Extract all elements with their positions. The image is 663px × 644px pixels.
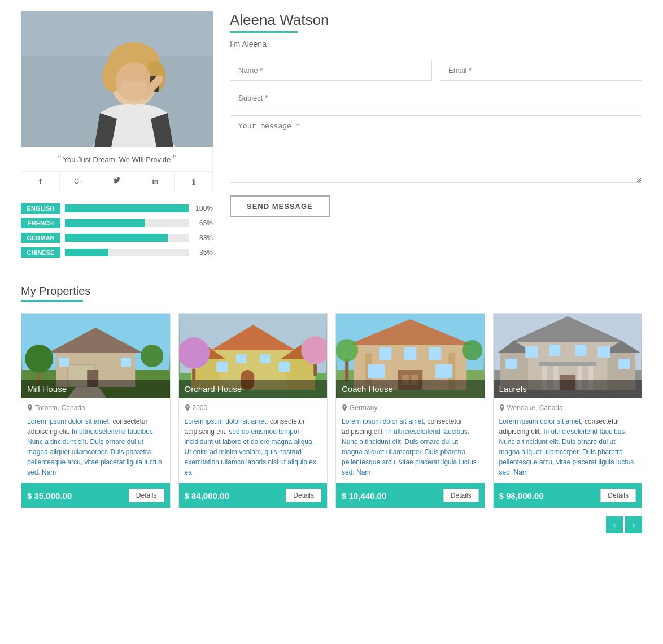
orchard-house-image: Orchard House: [179, 314, 328, 398]
name-underline: [230, 31, 298, 33]
svg-rect-53: [345, 359, 348, 381]
coach-house-footer: $ 10,440.00 Details: [336, 483, 485, 508]
mill-house-location: Toronto, Canada: [27, 404, 164, 412]
laurels-title: Laurels: [494, 380, 642, 398]
svg-rect-17: [121, 358, 131, 367]
quote-box: “ You Just Dream, We Will Provide ”: [21, 147, 213, 172]
svg-point-54: [336, 339, 358, 362]
svg-rect-68: [539, 362, 596, 366]
language-german: GERMAN 83%: [21, 233, 213, 243]
mill-house-image: Mill House: [21, 314, 170, 398]
coach-house-details-btn[interactable]: Details: [443, 489, 479, 502]
svg-rect-33: [260, 354, 270, 363]
laurels-footer: $ 98,000.00 Details: [494, 483, 642, 508]
svg-point-21: [141, 345, 163, 367]
property-card-laurels: Laurels Wendake, Canada Lorem ipsum dolo…: [493, 313, 643, 508]
profile-name: Aleena Watson: [230, 11, 642, 29]
svg-rect-32: [236, 354, 246, 363]
chinese-bar-fill: [65, 249, 108, 256]
property-card-coach-house: Coach House Germany Lorem ipsum dolor si…: [335, 313, 485, 508]
german-bar-bg: [65, 234, 189, 242]
quote-text: You Just Dream, We Will Provide: [63, 155, 171, 164]
mill-house-price: $ 35,000.00: [27, 491, 72, 501]
svg-rect-75: [618, 359, 630, 369]
svg-rect-45: [379, 347, 391, 360]
message-textarea[interactable]: [230, 115, 642, 183]
profile-image: [21, 11, 213, 147]
laurels-details-btn[interactable]: Details: [600, 489, 636, 502]
svg-rect-73: [597, 346, 610, 358]
chinese-label: CHINESE: [21, 247, 60, 258]
svg-rect-70: [525, 346, 538, 358]
info-icon[interactable]: ℹ: [175, 172, 212, 193]
chinese-bar-bg: [65, 249, 189, 256]
mill-house-details-btn[interactable]: Details: [129, 489, 164, 502]
svg-point-55: [462, 340, 482, 360]
svg-rect-51: [368, 364, 385, 378]
english-bar-fill: [65, 204, 189, 212]
coach-house-location: Germany: [342, 404, 479, 412]
orchard-house-title: Orchard House: [179, 380, 328, 398]
english-bar-bg: [65, 204, 189, 212]
form-message-row: [230, 115, 642, 183]
svg-rect-36: [192, 369, 195, 380]
property-card-orchard-house: Orchard House 2000 Lorem ipsum dolor sit…: [178, 313, 328, 508]
german-label: GERMAN: [21, 233, 60, 243]
mill-house-title: Mill House: [21, 380, 170, 398]
location-pin-icon-4: [499, 404, 505, 411]
name-input[interactable]: [230, 60, 432, 81]
svg-rect-74: [505, 359, 517, 369]
carousel-prev-btn[interactable]: ‹: [606, 516, 623, 533]
twitter-icon[interactable]: [98, 172, 137, 193]
coach-house-body: Germany Lorem ipsum dolor sit amet, cons…: [336, 398, 485, 483]
location-pin-icon-3: [342, 404, 347, 411]
send-button[interactable]: SEND MESSAGE: [230, 195, 330, 217]
property-card-mill-house: Mill House Toronto, Canada Lorem ipsum d…: [21, 313, 171, 508]
form-name-email-row: [230, 60, 642, 81]
coach-house-price: $ 10,440.00: [342, 491, 386, 501]
svg-point-19: [25, 345, 53, 373]
orchard-house-body: 2000 Lorem ipsum dolor sit amet, consect…: [179, 398, 328, 483]
carousel-next-btn[interactable]: ›: [625, 516, 642, 533]
laurels-text: Lorem ipsum dolor sit amet, consectetur …: [499, 416, 636, 477]
quote-open: “: [58, 154, 61, 164]
french-bar-fill: [65, 219, 145, 227]
orchard-house-text: Lorem ipsum dolor sit amet, consectetur …: [185, 416, 322, 477]
properties-title: My Properties: [21, 285, 642, 298]
contact-form: SEND MESSAGE: [230, 60, 642, 217]
svg-rect-52: [435, 364, 452, 378]
svg-rect-38: [313, 364, 317, 376]
email-input[interactable]: [440, 60, 642, 81]
french-pct: 65%: [193, 219, 213, 227]
quote-close: ”: [173, 154, 176, 164]
svg-point-35: [179, 337, 210, 369]
properties-grid: Mill House Toronto, Canada Lorem ipsum d…: [21, 313, 642, 508]
svg-rect-16: [59, 358, 69, 367]
coach-house-text: Lorem ipsum dolor sit amet, consectetur …: [342, 416, 479, 477]
form-subject-row: [230, 88, 642, 108]
facebook-icon[interactable]: f: [21, 172, 60, 193]
language-section: ENGLISH 100% FRENCH 65% GERMAN: [21, 203, 213, 258]
svg-rect-34: [278, 362, 290, 372]
laurels-body: Wendake, Canada Lorem ipsum dolor sit am…: [494, 398, 642, 483]
subject-input[interactable]: [230, 88, 642, 108]
laurels-location: Wendake, Canada: [499, 404, 636, 412]
linkedin-icon[interactable]: in: [136, 172, 175, 193]
french-bar-bg: [65, 219, 189, 227]
mill-house-footer: $ 35,000.00 Details: [21, 483, 170, 508]
left-panel: “ You Just Dream, We Will Provide ” f G+…: [21, 11, 213, 262]
english-pct: 100%: [193, 204, 213, 212]
location-pin-icon-2: [185, 404, 190, 411]
language-chinese: CHINESE 35%: [21, 247, 213, 258]
right-panel: Aleena Watson I'm Aleena SEND MESSAGE: [230, 11, 642, 217]
googleplus-icon[interactable]: G+: [60, 172, 98, 193]
svg-rect-31: [216, 362, 228, 372]
orchard-house-footer: $ 84,000.00 Details: [179, 483, 328, 508]
orchard-house-details-btn[interactable]: Details: [286, 489, 321, 502]
german-pct: 83%: [193, 234, 213, 242]
intro-text: I'm Aleena: [230, 40, 642, 49]
language-english: ENGLISH 100%: [21, 203, 213, 214]
svg-rect-46: [404, 347, 416, 360]
french-label: FRENCH: [21, 218, 60, 228]
svg-rect-72: [575, 345, 586, 356]
